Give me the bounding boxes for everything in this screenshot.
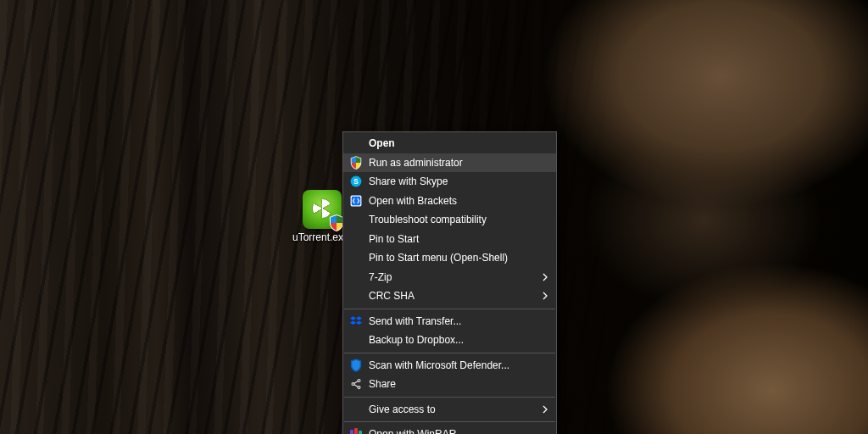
menu-open-winrar-label: Open with WinRAR	[369, 428, 456, 434]
brackets-icon	[349, 194, 363, 208]
menu-separator	[344, 309, 555, 309]
menu-share-skype-label: Share with Skype	[369, 175, 448, 187]
menu-send-transfer-label: Send with Transfer...	[369, 315, 461, 327]
utorrent-icon	[303, 190, 342, 229]
dropbox-transfer-icon	[349, 314, 363, 328]
share-icon	[349, 377, 363, 391]
menu-share-label: Share	[369, 378, 396, 390]
menu-open-label: Open	[369, 137, 395, 149]
menu-send-transfer[interactable]: Send with Transfer...	[343, 312, 556, 331]
skype-icon: S	[349, 175, 363, 188]
uac-shield-icon	[349, 156, 363, 170]
menu-scan-defender-label: Scan with Microsoft Defender...	[369, 359, 509, 371]
menu-scan-defender[interactable]: Scan with Microsoft Defender...	[343, 356, 556, 376]
chevron-right-icon	[542, 292, 548, 300]
menu-troubleshoot-label: Troubleshoot compatibility	[369, 214, 487, 225]
menu-give-access-label: Give access to	[369, 403, 436, 415]
menu-separator	[344, 353, 555, 353]
menu-7zip-label: 7-Zip	[369, 271, 392, 283]
menu-open-winrar[interactable]: Open with WinRAR	[343, 425, 556, 434]
menu-share-skype[interactable]: S Share with Skype	[343, 172, 556, 192]
winrar-icon	[349, 427, 363, 434]
context-menu: Open Run as administrator S Share with S…	[342, 131, 557, 434]
menu-troubleshoot[interactable]: Troubleshoot compatibility	[343, 210, 556, 230]
menu-open-brackets[interactable]: Open with Brackets	[343, 192, 556, 211]
menu-pin-openshell[interactable]: Pin to Start menu (Open-Shell)	[343, 248, 556, 268]
menu-pin-start[interactable]: Pin to Start	[343, 230, 556, 249]
menu-share[interactable]: Share	[343, 375, 556, 394]
desktop-shortcut-utorrent[interactable]: uTorrent.ex...	[295, 190, 349, 243]
menu-pin-openshell-label: Pin to Start menu (Open-Shell)	[369, 252, 508, 264]
menu-crc-sha-label: CRC SHA	[369, 290, 415, 302]
menu-backup-dropbox-label: Backup to Dropbox...	[369, 334, 464, 346]
menu-separator	[344, 421, 555, 422]
svg-text:S: S	[353, 178, 359, 186]
menu-pin-start-label: Pin to Start	[369, 233, 419, 245]
menu-open-brackets-label: Open with Brackets	[369, 195, 457, 207]
menu-give-access[interactable]: Give access to	[343, 400, 556, 420]
defender-shield-icon	[349, 359, 363, 372]
chevron-right-icon	[542, 405, 548, 414]
menu-open[interactable]: Open	[343, 134, 556, 153]
menu-backup-dropbox[interactable]: Backup to Dropbox...	[343, 331, 556, 350]
menu-run-admin-label: Run as administrator	[369, 157, 463, 169]
menu-run-as-administrator[interactable]: Run as administrator	[343, 153, 556, 173]
chevron-right-icon	[542, 273, 548, 281]
menu-7zip[interactable]: 7-Zip	[343, 268, 556, 287]
menu-separator	[344, 397, 555, 398]
menu-crc-sha[interactable]: CRC SHA	[343, 287, 556, 306]
